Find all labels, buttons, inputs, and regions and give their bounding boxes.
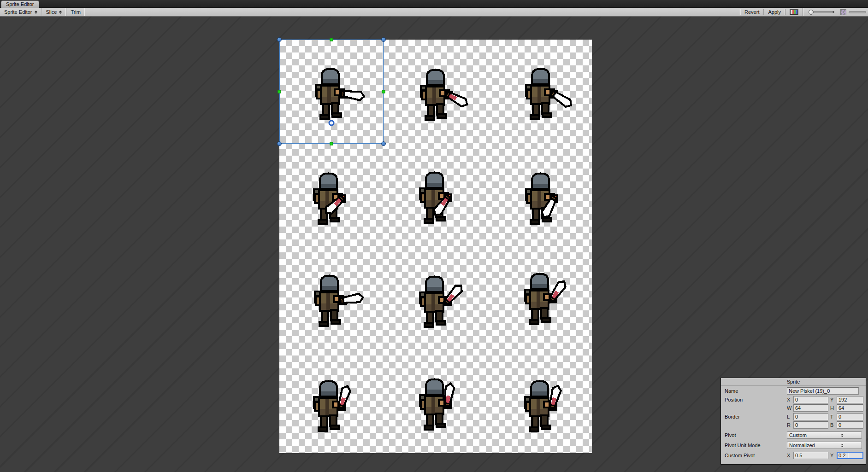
panel-title: Sprite: [721, 378, 866, 386]
pivot-value: Custom: [789, 432, 825, 438]
rgb-alpha-toggle-icon[interactable]: [790, 9, 798, 15]
sprite-frame[interactable]: [296, 270, 365, 338]
selection-edge-handle[interactable]: [330, 38, 333, 41]
sprite-frame[interactable]: [402, 167, 470, 235]
sprite-editor-mode-label: Sprite Editor: [4, 9, 32, 15]
apply-label: Apply: [768, 9, 781, 15]
height-input[interactable]: [837, 404, 863, 412]
sprite-frame[interactable]: [402, 271, 470, 339]
r-axis-label: R: [787, 422, 793, 428]
sprite-editor-mode-dropdown[interactable]: Sprite Editor: [0, 8, 42, 16]
slice-label: Slice: [46, 9, 57, 15]
border-row: Border L T: [725, 413, 862, 420]
apply-button[interactable]: Apply: [764, 9, 785, 15]
border-label: Border: [725, 414, 787, 420]
zoom-slider-knob[interactable]: [809, 10, 814, 15]
h-axis-label: H: [830, 405, 837, 411]
trim-button[interactable]: Trim: [66, 8, 85, 16]
sprite-sheet-texture[interactable]: [279, 40, 592, 453]
size-row: W H: [725, 404, 862, 412]
border-row2: R B: [725, 421, 862, 429]
popup-arrows-icon: [825, 444, 860, 447]
revert-label: Revert: [744, 9, 759, 15]
position-row: Position X Y: [725, 396, 862, 403]
selection-corner-handle[interactable]: [277, 141, 282, 146]
x-axis-label: X: [787, 397, 793, 402]
border-b-input[interactable]: [837, 421, 863, 429]
popup-arrows-icon: [59, 11, 62, 14]
mip-level-icon: [840, 9, 846, 15]
text-caret: [848, 453, 848, 458]
mip-slider[interactable]: [849, 11, 866, 13]
sprite-editor-window: Sprite Editor Sprite Editor Slice Trim R…: [0, 0, 868, 472]
zoom-slider-track-end: [833, 11, 834, 13]
name-label: Name: [725, 388, 787, 394]
position-y-input[interactable]: [837, 396, 863, 403]
border-t-input[interactable]: [837, 413, 863, 420]
tab-sprite-editor[interactable]: Sprite Editor: [1, 0, 39, 8]
sprite-frame[interactable]: [508, 64, 576, 132]
b-axis-label: B: [830, 422, 837, 428]
tab-bar: Sprite Editor: [0, 0, 868, 8]
selection-corner-handle[interactable]: [381, 141, 386, 146]
border-r-input[interactable]: [793, 421, 828, 429]
selection-edge-handle[interactable]: [278, 90, 281, 93]
w-axis-label: W: [787, 405, 793, 411]
sprite-frame[interactable]: [507, 376, 575, 444]
popup-arrows-icon: [35, 11, 37, 14]
pivot-unit-mode-value: Normalized: [789, 443, 825, 448]
name-row: Name: [725, 387, 862, 395]
sprite-frame[interactable]: [508, 168, 576, 236]
toolbar-separator: [803, 8, 803, 16]
pivot-unit-mode-label: Pivot Unit Mode: [725, 443, 787, 448]
y-axis-label: Y: [830, 397, 837, 402]
toolbar: Sprite Editor Slice Trim Revert Apply: [0, 8, 868, 17]
pivot-dropdown[interactable]: Custom: [787, 431, 862, 439]
selection-edge-handle[interactable]: [330, 142, 333, 146]
selection-corner-handle[interactable]: [277, 37, 282, 42]
zoom-slider[interactable]: [809, 10, 834, 15]
position-x-input[interactable]: [793, 396, 828, 403]
custom-pivot-x-input[interactable]: [793, 452, 828, 459]
pivot-row: Pivot Custom: [725, 431, 862, 439]
custom-pivot-y-label: Y: [830, 453, 837, 458]
name-input[interactable]: [787, 387, 859, 395]
selection-corner-handle[interactable]: [381, 37, 386, 42]
sprite-selection-rect[interactable]: [279, 40, 384, 144]
toolbar-right-group: Revert Apply: [740, 8, 868, 16]
sprite-frame[interactable]: [402, 374, 470, 442]
custom-pivot-y-wrap: [837, 452, 863, 459]
t-axis-label: T: [830, 414, 837, 420]
pivot-unit-mode-row: Pivot Unit Mode Normalized: [725, 442, 862, 449]
revert-button[interactable]: Revert: [740, 9, 764, 15]
custom-pivot-y-input[interactable]: [837, 452, 863, 459]
position-label: Position: [725, 397, 787, 402]
slice-dropdown[interactable]: Slice: [42, 8, 67, 16]
sprite-frame[interactable]: [295, 168, 364, 236]
l-axis-label: L: [787, 414, 793, 420]
border-l-input[interactable]: [793, 413, 828, 420]
width-input[interactable]: [793, 404, 828, 412]
sprite-inspector-panel: Sprite Name Position X Y W H Border L T: [720, 378, 866, 465]
custom-pivot-label: Custom Pivot: [725, 453, 787, 458]
custom-pivot-x-label: X: [787, 453, 793, 458]
pivot-label: Pivot: [725, 432, 787, 438]
custom-pivot-row: Custom Pivot X Y: [725, 452, 862, 459]
trim-label: Trim: [71, 9, 81, 15]
sprite-frame[interactable]: [295, 376, 364, 444]
zoom-slider-track[interactable]: [814, 12, 833, 12]
pivot-unit-mode-dropdown[interactable]: Normalized: [787, 442, 862, 449]
popup-arrows-icon: [825, 434, 860, 437]
selection-edge-handle[interactable]: [382, 90, 385, 93]
sprite-frame[interactable]: [402, 64, 471, 133]
sprite-frame[interactable]: [507, 268, 575, 337]
pivot-handle[interactable]: [329, 120, 335, 126]
